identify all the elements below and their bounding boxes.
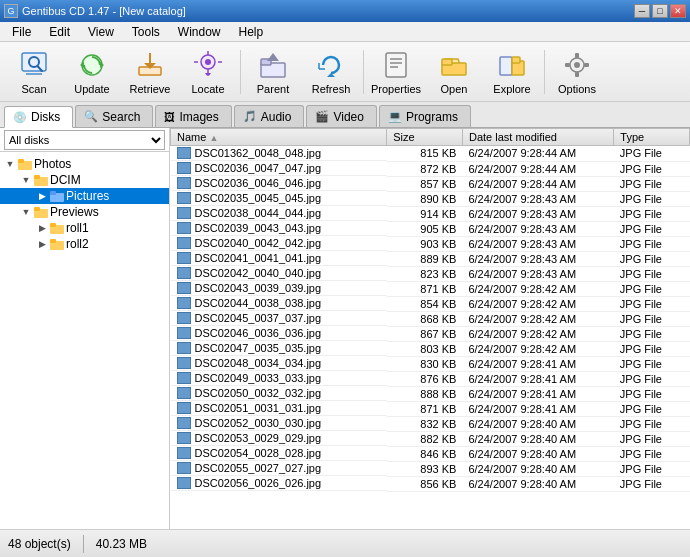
table-row[interactable]: DSC02041_0041_041.jpg 889 KB 6/24/2007 9… — [171, 251, 690, 266]
tab-audio[interactable]: 🎵 Audio — [234, 105, 305, 127]
audio-tab-label: Audio — [261, 110, 292, 124]
tree-toggle-photos[interactable]: ▼ — [4, 158, 16, 170]
table-row[interactable]: DSC02036_0047_047.jpg 872 KB 6/24/2007 9… — [171, 161, 690, 176]
file-size-cell: 857 KB — [387, 176, 463, 191]
menu-file[interactable]: File — [4, 23, 39, 41]
table-row[interactable]: DSC02043_0039_039.jpg 871 KB 6/24/2007 9… — [171, 281, 690, 296]
filter-select[interactable]: All disks — [4, 130, 165, 150]
locate-button[interactable]: Locate — [180, 46, 236, 98]
file-icon — [177, 267, 191, 279]
col-size[interactable]: Size — [387, 129, 463, 146]
table-row[interactable]: DSC02045_0037_037.jpg 868 KB 6/24/2007 9… — [171, 311, 690, 326]
table-row[interactable]: DSC02051_0031_031.jpg 871 KB 6/24/2007 9… — [171, 401, 690, 416]
table-row[interactable]: DSC02055_0027_027.jpg 893 KB 6/24/2007 9… — [171, 461, 690, 476]
menu-edit[interactable]: Edit — [41, 23, 78, 41]
file-name-cell: DSC02051_0031_031.jpg — [171, 401, 387, 416]
table-row[interactable]: DSC02044_0038_038.jpg 854 KB 6/24/2007 9… — [171, 296, 690, 311]
svg-rect-34 — [575, 72, 579, 77]
file-type-cell: JPG File — [614, 416, 690, 431]
table-row[interactable]: DSC01362_0048_048.jpg 815 KB 6/24/2007 9… — [171, 146, 690, 162]
table-row[interactable]: DSC02036_0046_046.jpg 857 KB 6/24/2007 9… — [171, 176, 690, 191]
table-row[interactable]: DSC02038_0044_044.jpg 914 KB 6/24/2007 9… — [171, 206, 690, 221]
programs-tab-icon: 💻 — [388, 110, 402, 123]
explore-button[interactable]: Explore — [484, 46, 540, 98]
tree-item-dcim[interactable]: ▼ DCIM — [0, 172, 169, 188]
open-button[interactable]: Open — [426, 46, 482, 98]
svg-rect-30 — [512, 57, 520, 63]
refresh-button[interactable]: Refresh — [303, 46, 359, 98]
tab-images[interactable]: 🖼 Images — [155, 105, 231, 127]
file-list-container[interactable]: Name ▲ Size Date last modified Type — [170, 128, 690, 529]
search-tab-icon: 🔍 — [84, 110, 98, 123]
minimize-button[interactable]: ─ — [634, 4, 650, 18]
table-row[interactable]: DSC02052_0030_030.jpg 832 KB 6/24/2007 9… — [171, 416, 690, 431]
table-row[interactable]: DSC02054_0028_028.jpg 846 KB 6/24/2007 9… — [171, 446, 690, 461]
file-name-cell: DSC02042_0040_040.jpg — [171, 266, 387, 281]
table-row[interactable]: DSC02047_0035_035.jpg 803 KB 6/24/2007 9… — [171, 341, 690, 356]
file-size-cell: 889 KB — [387, 251, 463, 266]
col-type[interactable]: Type — [614, 129, 690, 146]
maximize-button[interactable]: □ — [652, 4, 668, 18]
tree-toggle-roll1[interactable]: ▶ — [36, 222, 48, 234]
file-type-cell: JPG File — [614, 281, 690, 296]
scan-button[interactable]: Scan — [6, 46, 62, 98]
statusbar: 48 object(s) 40.23 MB — [0, 529, 690, 557]
tree-item-photos[interactable]: ▼ Photos — [0, 156, 169, 172]
tab-programs[interactable]: 💻 Programs — [379, 105, 471, 127]
file-date-cell: 6/24/2007 9:28:41 AM — [462, 371, 613, 386]
svg-rect-0 — [22, 53, 46, 71]
table-row[interactable]: DSC02035_0045_045.jpg 890 KB 6/24/2007 9… — [171, 191, 690, 206]
file-size-cell: 856 KB — [387, 476, 463, 491]
file-size-cell: 882 KB — [387, 431, 463, 446]
tree-item-pictures[interactable]: ▶ Pictures — [0, 188, 169, 204]
table-row[interactable]: DSC02039_0043_043.jpg 905 KB 6/24/2007 9… — [171, 221, 690, 236]
table-row[interactable]: DSC02040_0042_042.jpg 903 KB 6/24/2007 9… — [171, 236, 690, 251]
tab-disks[interactable]: 💿 Disks — [4, 106, 73, 128]
table-row[interactable]: DSC02053_0029_029.jpg 882 KB 6/24/2007 9… — [171, 431, 690, 446]
open-icon — [438, 49, 470, 81]
svg-rect-40 — [34, 175, 40, 179]
tab-search[interactable]: 🔍 Search — [75, 105, 153, 127]
close-button[interactable]: ✕ — [670, 4, 686, 18]
table-row[interactable]: DSC02050_0032_032.jpg 888 KB 6/24/2007 9… — [171, 386, 690, 401]
options-button[interactable]: Options — [549, 46, 605, 98]
menu-tools[interactable]: Tools — [124, 23, 168, 41]
file-name-cell: DSC02038_0044_044.jpg — [171, 206, 387, 221]
tree-item-roll2[interactable]: ▶ roll2 — [0, 236, 169, 252]
file-icon — [177, 387, 191, 399]
tree-toggle-pictures[interactable]: ▶ — [36, 190, 48, 202]
file-name-cell: DSC02054_0028_028.jpg — [171, 446, 387, 461]
file-icon — [177, 342, 191, 354]
file-name-cell: DSC02050_0032_032.jpg — [171, 386, 387, 401]
parent-button[interactable]: Parent — [245, 46, 301, 98]
table-row[interactable]: DSC02042_0040_040.jpg 823 KB 6/24/2007 9… — [171, 266, 690, 281]
file-icon — [177, 222, 191, 234]
table-row[interactable]: DSC02046_0036_036.jpg 867 KB 6/24/2007 9… — [171, 326, 690, 341]
table-row[interactable]: DSC02048_0034_034.jpg 830 KB 6/24/2007 9… — [171, 356, 690, 371]
file-icon — [177, 162, 191, 174]
table-row[interactable]: DSC02049_0033_033.jpg 876 KB 6/24/2007 9… — [171, 371, 690, 386]
file-table-body: DSC01362_0048_048.jpg 815 KB 6/24/2007 9… — [171, 146, 690, 492]
file-date-cell: 6/24/2007 9:28:42 AM — [462, 326, 613, 341]
table-row[interactable]: DSC02056_0026_026.jpg 856 KB 6/24/2007 9… — [171, 476, 690, 491]
tree-item-previews[interactable]: ▼ Previews — [0, 204, 169, 220]
file-size-cell: 868 KB — [387, 311, 463, 326]
titlebar: G Gentibus CD 1.47 - [New catalog] ─ □ ✕ — [0, 0, 690, 22]
properties-button[interactable]: Properties — [368, 46, 424, 98]
col-name[interactable]: Name ▲ — [171, 129, 387, 146]
tab-video[interactable]: 🎬 Video — [306, 105, 376, 127]
file-icon — [177, 477, 191, 489]
menu-help[interactable]: Help — [231, 23, 272, 41]
file-type-cell: JPG File — [614, 221, 690, 236]
tree-toggle-dcim[interactable]: ▼ — [20, 174, 32, 186]
file-name-cell: DSC02047_0035_035.jpg — [171, 341, 387, 356]
tree-toggle-roll2[interactable]: ▶ — [36, 238, 48, 250]
retrieve-button[interactable]: Retrieve — [122, 46, 178, 98]
update-button[interactable]: Update — [64, 46, 120, 98]
toolbar-separator-1 — [240, 50, 241, 94]
tree-toggle-previews[interactable]: ▼ — [20, 206, 32, 218]
menu-view[interactable]: View — [80, 23, 122, 41]
col-date[interactable]: Date last modified — [462, 129, 613, 146]
tree-item-roll1[interactable]: ▶ roll1 — [0, 220, 169, 236]
menu-window[interactable]: Window — [170, 23, 229, 41]
